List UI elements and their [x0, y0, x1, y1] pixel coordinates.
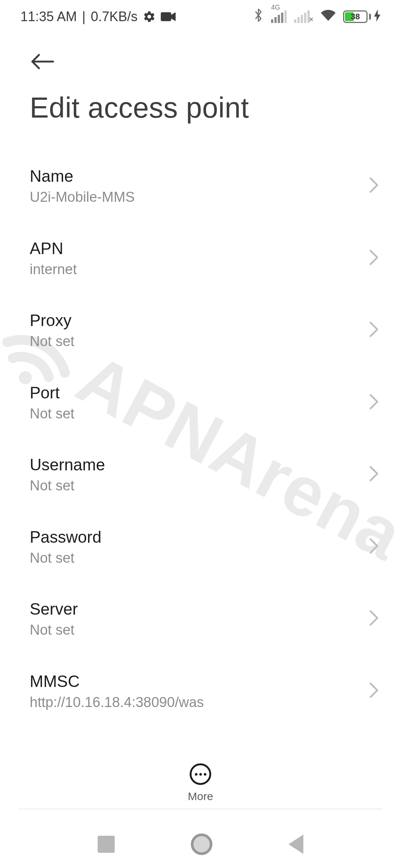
nav-home-button[interactable] — [191, 834, 212, 855]
row-label: Username — [30, 454, 371, 475]
chevron-right-icon — [369, 177, 379, 195]
row-username[interactable]: Username Not set — [0, 438, 401, 511]
arrow-left-icon — [30, 53, 55, 70]
row-value: internet — [30, 261, 371, 279]
more-label: More — [188, 790, 213, 803]
more-icon — [190, 763, 211, 785]
chevron-right-icon — [369, 249, 379, 267]
bottom-divider — [19, 809, 382, 809]
row-value: Not set — [30, 549, 371, 567]
row-value: U2i-Mobile-MMS — [30, 188, 371, 206]
chevron-right-icon — [369, 321, 379, 339]
row-port[interactable]: Port Not set — [0, 366, 401, 439]
battery-percent: 38 — [344, 12, 366, 22]
page-title: Edit access point — [30, 91, 249, 124]
nav-back-button[interactable] — [288, 835, 303, 854]
signal-sim1: 4G — [270, 10, 287, 23]
row-mmsc[interactable]: MMSC http://10.16.18.4:38090/was — [0, 655, 401, 727]
row-proxy[interactable]: Proxy Not set — [0, 294, 401, 366]
status-bar: 11:35 AM | 0.7KB/s 4G × — [0, 0, 401, 33]
row-label: Name — [30, 166, 371, 186]
system-nav-bar — [0, 821, 401, 868]
status-netspeed: 0.7KB/s — [91, 9, 137, 24]
row-value: Not set — [30, 621, 371, 639]
row-label: Password — [30, 527, 371, 547]
row-name[interactable]: Name U2i-Mobile-MMS — [0, 150, 401, 222]
camera-icon — [161, 11, 176, 22]
wifi-status-icon — [320, 9, 336, 25]
chevron-right-icon — [369, 394, 379, 411]
charging-icon — [374, 9, 381, 24]
gear-icon — [143, 10, 156, 23]
more-button[interactable]: More — [188, 763, 213, 803]
row-label: APN — [30, 238, 371, 259]
bluetooth-icon — [253, 8, 264, 26]
row-label: Server — [30, 599, 371, 619]
chevron-right-icon — [369, 466, 379, 483]
signal-sim2: × — [293, 10, 313, 23]
back-button[interactable] — [28, 47, 56, 76]
network-type-label: 4G — [271, 4, 280, 11]
row-label: Proxy — [30, 310, 371, 331]
status-sep: | — [82, 9, 85, 24]
row-mms-proxy[interactable]: MMS proxy 10.16.18.77 — [0, 727, 401, 742]
row-label: MMSC — [30, 671, 371, 691]
nav-recents-button[interactable] — [98, 836, 115, 853]
status-time: 11:35 AM — [20, 9, 77, 24]
battery-indicator: 38 — [343, 9, 381, 24]
row-server[interactable]: Server Not set — [0, 583, 401, 655]
row-password[interactable]: Password Not set — [0, 511, 401, 583]
chevron-right-icon — [369, 538, 379, 556]
row-value: http://10.16.18.4:38090/was — [30, 694, 371, 711]
settings-list: Name U2i-Mobile-MMS APN internet Proxy N… — [0, 150, 401, 742]
chevron-right-icon — [369, 682, 379, 700]
svg-rect-1 — [161, 12, 171, 21]
row-value: Not set — [30, 477, 371, 495]
row-value: Not set — [30, 333, 371, 351]
row-label: Port — [30, 382, 371, 403]
row-apn[interactable]: APN internet — [0, 222, 401, 295]
no-signal-x-icon: × — [309, 15, 313, 24]
row-value: Not set — [30, 405, 371, 423]
chevron-right-icon — [369, 610, 379, 628]
